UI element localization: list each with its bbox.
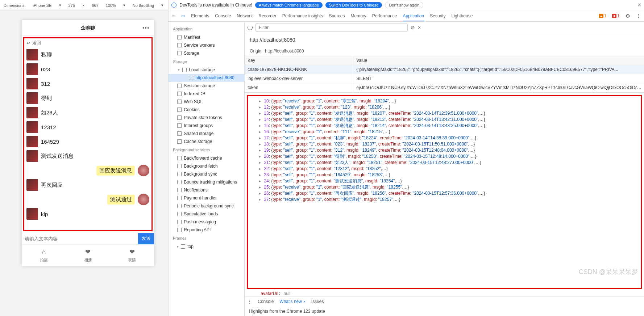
console-line[interactable]: ▸10: {type: "receive", group: "1", conte… xyxy=(259,98,641,104)
sidebar-item[interactable]: Reporting API xyxy=(169,226,244,234)
message-row: 312 xyxy=(24,76,151,91)
console-line[interactable]: ▸20: {type: "self", group: "1", content:… xyxy=(259,153,641,160)
sidebar-item[interactable]: Periodic background sync xyxy=(169,202,244,210)
console-line[interactable]: ▸15: {type: "self", group: "1", content:… xyxy=(259,123,641,129)
tab-elements[interactable]: Elements xyxy=(191,13,209,18)
device-select[interactable]: iPhone SE xyxy=(33,3,52,8)
height[interactable]: 667 xyxy=(92,3,98,8)
inspect-icon[interactable]: ▭ xyxy=(171,13,175,18)
console-line[interactable]: ▸26: {type: "self", group: "1", content:… xyxy=(259,190,641,197)
sidebar-item[interactable]: Service workers xyxy=(169,41,244,49)
filter-row: ⊘ × xyxy=(245,22,644,33)
console-line[interactable]: ▸19: {type: "self", group: "1", content:… xyxy=(259,147,641,153)
drawer-tab[interactable]: What's new× xyxy=(279,299,306,304)
width[interactable]: 375 xyxy=(68,3,75,8)
filter-input[interactable] xyxy=(255,24,408,31)
tab-console[interactable]: Console xyxy=(215,13,231,18)
message-input[interactable] xyxy=(22,233,138,244)
sidebar-item[interactable]: Background fetch xyxy=(169,162,244,170)
drawer-menu-icon[interactable]: ⋮ xyxy=(248,299,252,304)
sidebar-heading-frames: Frames xyxy=(169,234,244,243)
dont-show-button[interactable]: Don't show again xyxy=(385,2,423,8)
sidebar-item[interactable]: Back/forward cache xyxy=(169,154,244,162)
sidebar-item[interactable]: Web SQL xyxy=(169,98,244,106)
console-line[interactable]: ▸13: {type: "self", group: "1", content:… xyxy=(259,110,641,117)
console-line[interactable]: ▸23: {type: "self", group: "1", content:… xyxy=(259,172,641,178)
close-icon[interactable]: × xyxy=(418,25,421,30)
nav-item[interactable]: ⌂拍摄 xyxy=(22,245,66,266)
console-line[interactable]: ▸25: {type: "receive", group: "1", conte… xyxy=(259,184,641,190)
frame-top[interactable]: ▸top xyxy=(169,243,244,250)
console-line[interactable]: ▸17: {type: "self", group: "1", content:… xyxy=(259,135,641,141)
tab-lighthouse[interactable]: Lighthouse xyxy=(452,13,473,18)
message-row: 测试通过 xyxy=(24,192,151,207)
table-row[interactable]: loglevel:webpack-dev-serverSILENT xyxy=(245,74,644,83)
kebab-icon[interactable]: ⋮ xyxy=(636,13,641,19)
console-line[interactable]: ▸24: {type: "self", group: "1", content:… xyxy=(259,178,641,184)
console-line[interactable]: ▸14: {type: "self", group: "1", content:… xyxy=(259,117,641,123)
sidebar-item[interactable]: Private state tokens xyxy=(169,114,244,122)
sidebar-item[interactable]: Session storage xyxy=(169,82,244,90)
sidebar-item[interactable]: Storage xyxy=(169,49,244,57)
drawer-tab[interactable]: Issues xyxy=(311,299,324,304)
tab-performance-insights[interactable]: Performance insights xyxy=(282,13,323,18)
close-icon[interactable]: × xyxy=(638,2,641,8)
table-row[interactable]: tokeneyJhbGciOiJIUzI1NiJ9.eyJzdWliOiJ7XC… xyxy=(245,83,644,92)
tab-sources[interactable]: Sources xyxy=(329,13,345,18)
console-output[interactable]: ▸10: {type: "receive", group: "1", conte… xyxy=(247,95,642,289)
device-frame: 企聊聊 ••• ↩ 返回 私聊023312得到如23人12312164529测试… xyxy=(22,20,154,266)
console-line[interactable]: ▸16: {type: "receive", group: "1", conte… xyxy=(259,129,641,135)
clear-icon[interactable]: ⊘ xyxy=(411,25,415,30)
tab-memory[interactable]: Memory xyxy=(350,13,366,18)
console-line[interactable]: ▸27: {type: "receive", group: "1", conte… xyxy=(259,197,641,203)
match-lang-button[interactable]: Always match Chrome's language xyxy=(255,2,323,8)
message-row: 再次回应 xyxy=(24,178,151,192)
sidebar-item[interactable]: Shared storage xyxy=(169,130,244,138)
gear-icon[interactable]: ⚙ xyxy=(626,13,630,19)
sidebar-heading-storage: Storage xyxy=(169,57,244,66)
sidebar-item[interactable]: Manifest xyxy=(169,33,244,41)
sidebar-item[interactable]: Cache storage xyxy=(169,138,244,146)
nav-item[interactable]: ❤相册 xyxy=(66,245,110,266)
th-value[interactable]: Value xyxy=(353,56,644,65)
sidebar-item[interactable]: Speculative loads xyxy=(169,210,244,218)
sidebar-item[interactable]: Push messaging xyxy=(169,218,244,226)
drawer-tab[interactable]: Console xyxy=(258,299,274,304)
throttle[interactable]: No throttling xyxy=(133,3,154,8)
send-button[interactable]: 发送 xyxy=(138,233,154,244)
avatar xyxy=(138,194,149,205)
local-storage-host[interactable]: http://localhost:8080 xyxy=(169,74,244,82)
console-line[interactable]: ▸21: {type: "self", group: "1", content:… xyxy=(259,160,641,166)
close-icon[interactable]: × xyxy=(303,300,306,304)
sidebar-item[interactable]: Payment handler xyxy=(169,194,244,202)
sidebar-item[interactable]: IndexedDB xyxy=(169,90,244,98)
table-row[interactable]: chats-1879878-NKCNO-NKNK{"privateMsgMaxI… xyxy=(245,65,644,74)
console-line[interactable]: ▸22: {type: "self", group: "1", content:… xyxy=(259,166,641,172)
th-key[interactable]: Key xyxy=(245,56,353,65)
errors-badge[interactable]: ■1 xyxy=(612,13,620,18)
sidebar-item[interactable]: Cookies xyxy=(169,106,244,114)
warnings-badge[interactable]: ▲1 xyxy=(599,13,607,18)
message-bubble: 12312 xyxy=(41,124,56,130)
more-icon[interactable]: ••• xyxy=(142,25,150,30)
devtools-pane: i DevTools is now available in Chinese! … xyxy=(169,0,644,316)
zoom[interactable]: 100% xyxy=(106,3,116,8)
console-line[interactable]: ▸18: {type: "self", group: "1", content:… xyxy=(259,141,641,147)
tab-performance[interactable]: Performance xyxy=(372,13,397,18)
tab-security[interactable]: Security xyxy=(430,13,445,18)
sidebar-item[interactable]: Bounce tracking mitigations xyxy=(169,178,244,186)
tab-network[interactable]: Network xyxy=(237,13,253,18)
switch-cn-button[interactable]: Switch DevTools to Chinese xyxy=(325,2,382,8)
console-line[interactable]: ▸12: {type: "receive", group: "1", conte… xyxy=(259,104,641,110)
local-storage[interactable]: ▼Local storage xyxy=(169,66,244,74)
sidebar-item[interactable]: Notifications xyxy=(169,186,244,194)
tab-recorder[interactable]: Recorder xyxy=(258,13,276,18)
back-row[interactable]: ↩ 返回 xyxy=(24,40,151,47)
sidebar-item[interactable]: Background sync xyxy=(169,170,244,178)
nav-item[interactable]: ❤表情 xyxy=(110,245,154,266)
device-icon[interactable]: ▭ xyxy=(181,13,185,18)
reload-icon[interactable] xyxy=(248,25,253,30)
dim-label: Dimensions: xyxy=(4,3,26,8)
sidebar-item[interactable]: Interest groups xyxy=(169,122,244,130)
tab-application[interactable]: Application xyxy=(403,13,424,21)
